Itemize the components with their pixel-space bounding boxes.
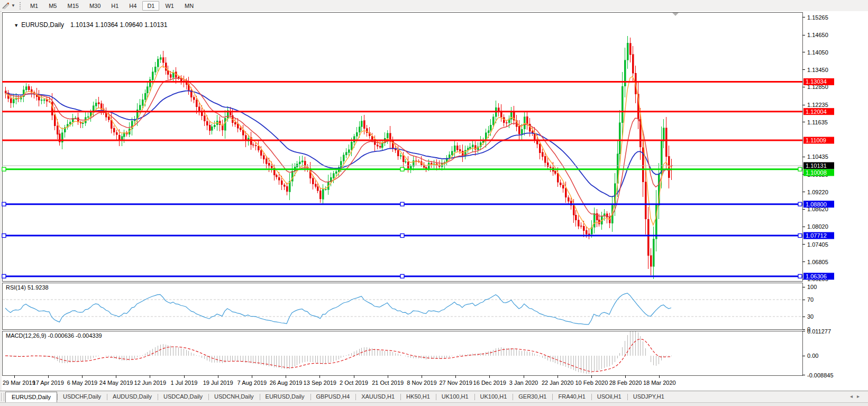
date-tick-label: 1 Jul 2019 (171, 380, 198, 386)
line-handle[interactable] (798, 234, 802, 238)
timeframe-button-d1[interactable]: D1 (142, 1, 159, 11)
price-line-axis-label: 1.10008 (806, 169, 827, 176)
timeframe-button-mn[interactable]: MN (180, 1, 198, 11)
tab-usdcnh-daily[interactable]: USDCNH,Daily (208, 391, 260, 403)
candles-layer (5, 36, 672, 279)
tab-scroll-left-icon[interactable]: ◂ (850, 393, 857, 399)
date-tick-label: 18 Mar 2020 (643, 380, 676, 386)
date-tick-label: 12 Jun 2019 (134, 380, 167, 386)
tab-usdjpy-h1[interactable]: USDJPY,H1 (627, 391, 670, 403)
line-handle[interactable] (2, 167, 6, 171)
date-tick-label: 28 Feb 2020 (609, 380, 642, 386)
price-line-axis-label: 1.12004 (806, 109, 827, 115)
timeframe-button-h4[interactable]: H4 (124, 1, 141, 11)
tab-gbpusd-h4[interactable]: GBPUSD,H4 (310, 391, 356, 403)
date-tick-label: 2 Oct 2019 (340, 380, 368, 386)
price-line-axis-label: 1.08800 (806, 201, 827, 207)
macd-indicator-label: MACD(12,26,9) -0.000636 -0.004339 (6, 332, 102, 339)
date-tick-label: 10 Feb 2020 (575, 380, 608, 386)
date-tick-label: 22 Jan 2020 (542, 380, 574, 386)
top-toolbar: ▼ M1M5M15M30H1H4D1W1MN (0, 0, 868, 12)
macd-signal-line (5, 339, 671, 372)
price-tick-label: 1.15265 (807, 14, 828, 21)
chart-window: 1.152651.146501.140501.134501.128501.122… (2, 11, 868, 391)
chart-canvas[interactable]: 1.152651.146501.140501.134501.128501.122… (2, 11, 868, 391)
date-tick-label: 7 Aug 2019 (237, 380, 267, 386)
tab-eurusd-daily[interactable]: EURUSD,Daily (5, 392, 57, 403)
date-axis: 29 Mar 201917 Apr 20196 May 201924 May 2… (3, 375, 676, 386)
price-tick-label: 1.06805 (807, 259, 828, 265)
price-tick-label: 1.10435 (807, 154, 828, 160)
line-handle[interactable] (400, 202, 404, 206)
status-strip (0, 402, 868, 406)
tabbar-grip-handle[interactable] (1, 393, 4, 401)
tab-audusd-daily[interactable]: AUDUSD,Daily (107, 391, 158, 403)
line-handle[interactable] (798, 202, 802, 206)
macd-histogram (6, 331, 672, 374)
horizontal-lines-layer (2, 82, 802, 278)
date-tick-label: 13 Sep 2019 (304, 380, 336, 386)
tab-uk100-h1[interactable]: UK100,H1 (474, 391, 513, 403)
chart-title: ▼EURUSD,Daily1.10134 1.10364 1.09640 1.1… (7, 14, 167, 36)
tab-uk100-h1[interactable]: UK100,H1 (436, 391, 474, 403)
tab-usoil-h1[interactable]: USOil,H1 (591, 391, 627, 403)
tab-eurusd-daily[interactable]: EURUSD,Daily (260, 391, 310, 403)
macd-axis-label: -0.008845 (807, 372, 834, 378)
line-handle[interactable] (400, 274, 404, 278)
price-tick-label: 1.14050 (807, 49, 828, 56)
line-handle[interactable] (2, 202, 6, 206)
date-tick-label: 29 Mar 2019 (3, 380, 35, 386)
timeframe-button-m5[interactable]: M5 (44, 1, 61, 11)
chart-dropdown-arrow-icon[interactable]: ▼ (14, 23, 19, 28)
toolbar-grip-handle[interactable] (20, 2, 21, 10)
ma-mid-line (5, 78, 671, 217)
tab-scroll-right-icon[interactable]: ▸ (857, 393, 864, 399)
line-handle[interactable] (798, 167, 802, 171)
line-handle[interactable] (2, 234, 6, 238)
line-handle[interactable] (2, 274, 6, 278)
rsi-axis-label: 70 (807, 296, 814, 303)
price-line-axis-label: 1.10131 (806, 163, 827, 169)
date-tick-label: 19 Jul 2019 (203, 380, 233, 386)
date-tick-label: 6 May 2019 (67, 380, 97, 386)
tab-fra40-h1[interactable]: FRA40,H1 (552, 391, 591, 403)
draw-tool-icon[interactable] (1, 2, 11, 10)
tab-hk50-h1[interactable]: HK50,H1 (400, 391, 436, 403)
timeframe-button-m15[interactable]: M15 (62, 1, 83, 11)
date-tick-label: 27 Nov 2019 (439, 380, 472, 386)
rsi-indicator-label: RSI(14) 51.9238 (6, 284, 49, 291)
rsi-line (5, 293, 671, 324)
price-tick-label: 1.13450 (807, 67, 828, 73)
price-line-axis-label: 1.06306 (806, 273, 827, 279)
price-line-axis-label: 1.07712 (806, 232, 827, 239)
date-tick-label: 24 May 2019 (99, 380, 133, 386)
chart-tab-bar: EURUSD,DailyUSDCHF,DailyAUDUSD,DailyUSDC… (0, 391, 868, 406)
macd-axis-label: 0.011277 (807, 328, 831, 335)
timeframe-button-h1[interactable]: H1 (106, 1, 123, 11)
shift-marker-icon[interactable] (672, 13, 679, 16)
tab-xauusd-h1[interactable]: XAUUSD,H1 (355, 391, 400, 403)
price-line-axis-label: 1.13034 (806, 78, 827, 85)
price-tick-label: 1.12235 (807, 102, 828, 108)
price-line-axis-label: 1.11009 (806, 137, 826, 143)
rsi-axis-label: 30 (807, 313, 814, 320)
line-handle[interactable] (798, 274, 802, 278)
timeframe-button-group: M1M5M15M30H1H4D1W1MN (25, 3, 199, 9)
panel-borders (2, 12, 802, 375)
price-axis: 1.152651.146501.140501.134501.128501.122… (802, 14, 834, 378)
timeframe-button-m1[interactable]: M1 (25, 1, 43, 11)
line-handle[interactable] (400, 167, 404, 171)
date-tick-label: 21 Oct 2019 (372, 380, 404, 386)
timeframe-button-w1[interactable]: W1 (160, 1, 179, 11)
tab-usdcad-daily[interactable]: USDCAD,Daily (158, 391, 208, 403)
chart-symbol-period: EURUSD,Daily (21, 21, 64, 29)
timeframe-button-m30[interactable]: M30 (85, 1, 105, 11)
date-tick-label: 3 Jan 2020 (509, 380, 538, 386)
tab-ger30-h1[interactable]: GER30,H1 (513, 391, 552, 403)
line-handle[interactable] (400, 234, 404, 238)
toolbar-dropdown-arrow-icon[interactable]: ▼ (11, 3, 15, 8)
price-tick-label: 1.14650 (807, 32, 828, 38)
date-tick-label: 17 Apr 2019 (33, 380, 64, 386)
tab-usdchf-daily[interactable]: USDCHF,Daily (57, 391, 107, 403)
date-tick-label: 26 Aug 2019 (270, 380, 303, 386)
